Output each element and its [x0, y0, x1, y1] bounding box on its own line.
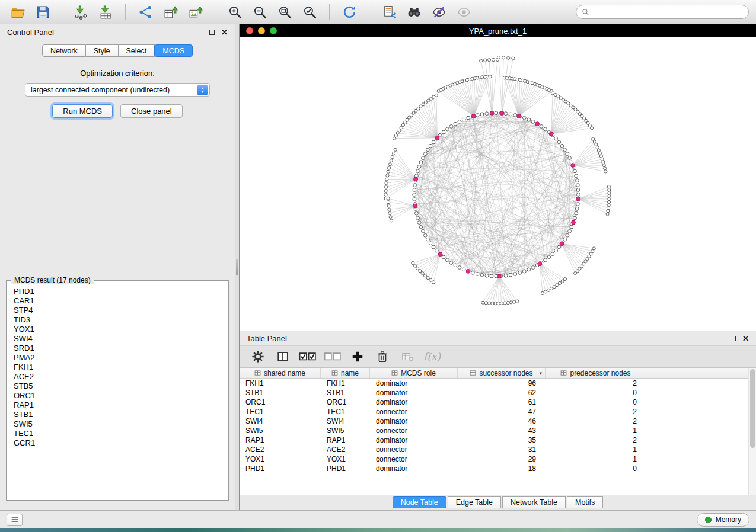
- tab-network-table[interactable]: Network Table: [502, 496, 566, 508]
- hide-selected-button[interactable]: [428, 2, 449, 21]
- cell[interactable]: dominator: [370, 417, 458, 425]
- column-header-predecessor-nodes[interactable]: predecessor nodes: [546, 368, 646, 378]
- memory-button[interactable]: Memory: [697, 513, 749, 527]
- cell[interactable]: connector: [370, 427, 458, 435]
- table-row-SWI5[interactable]: SWI5SWI5connector431: [240, 426, 748, 435]
- cell[interactable]: 18: [458, 464, 546, 473]
- import-network-button[interactable]: [70, 2, 91, 21]
- network-canvas[interactable]: [240, 37, 756, 331]
- delete-table-button[interactable]: [398, 348, 416, 365]
- cell[interactable]: PHD1: [321, 464, 370, 473]
- table-row-YOX1[interactable]: YOX1YOX1connector291: [240, 454, 748, 464]
- zoom-fit-button[interactable]: [274, 2, 295, 21]
- tab-mcds[interactable]: MCDS: [154, 44, 193, 57]
- cell[interactable]: 29: [458, 455, 546, 463]
- mcds-result-item[interactable]: RAP1: [14, 400, 228, 410]
- cell[interactable]: 2: [546, 436, 646, 444]
- cell[interactable]: 1: [546, 446, 646, 454]
- save-session-button[interactable]: [32, 2, 53, 21]
- cell[interactable]: connector: [370, 455, 458, 463]
- table-row-FKH1[interactable]: FKH1FKH1dominator962: [240, 379, 748, 388]
- cell[interactable]: 2: [546, 417, 646, 425]
- function-builder-label[interactable]: f(x): [423, 351, 441, 363]
- export-network-button[interactable]: [135, 2, 156, 21]
- cell[interactable]: dominator: [370, 464, 458, 473]
- cell[interactable]: ORC1: [240, 398, 321, 406]
- scrollbar-thumb[interactable]: [750, 369, 755, 448]
- cell[interactable]: PHD1: [240, 464, 321, 473]
- cell[interactable]: connector: [370, 446, 458, 454]
- table-settings-button[interactable]: [249, 348, 267, 365]
- cell[interactable]: YOX1: [321, 455, 370, 463]
- cell[interactable]: ACE2: [240, 446, 321, 454]
- cell[interactable]: 0: [546, 389, 646, 397]
- window-close-button[interactable]: [246, 27, 253, 34]
- task-history-button[interactable]: [7, 514, 23, 526]
- cell[interactable]: 46: [458, 417, 546, 425]
- criterion-dropdown[interactable]: largest connected component (undirected)…: [25, 83, 210, 97]
- mcds-result-item[interactable]: PHD1: [14, 287, 228, 296]
- zoom-selected-button[interactable]: [299, 2, 320, 21]
- import-table-button[interactable]: [95, 2, 116, 21]
- window-minimize-button[interactable]: [258, 27, 265, 34]
- window-zoom-button[interactable]: [270, 27, 277, 34]
- table-row-ACE2[interactable]: ACE2ACE2connector311: [240, 445, 748, 454]
- table-scrollbar[interactable]: [748, 368, 756, 495]
- cell[interactable]: TEC1: [240, 408, 321, 416]
- deselect-all-rows-button[interactable]: [324, 348, 342, 365]
- cell[interactable]: 47: [458, 408, 546, 416]
- table-row-RAP1[interactable]: RAP1RAP1dominator352: [240, 435, 748, 445]
- mcds-result-item[interactable]: CAR1: [14, 296, 228, 306]
- column-header-name[interactable]: name: [321, 368, 370, 378]
- column-header-shared-name[interactable]: shared name: [240, 368, 321, 378]
- tab-motifs[interactable]: Motifs: [567, 496, 603, 508]
- mcds-result-item[interactable]: ACE2: [14, 372, 228, 382]
- column-header-successor-nodes[interactable]: successor nodes▾: [458, 368, 546, 378]
- mcds-result-item[interactable]: SRD1: [14, 344, 228, 353]
- cell[interactable]: 2: [546, 408, 646, 416]
- cell[interactable]: dominator: [370, 436, 458, 444]
- cell[interactable]: dominator: [370, 389, 458, 397]
- mcds-result-item[interactable]: STP4: [14, 306, 228, 315]
- cell[interactable]: 61: [458, 398, 546, 406]
- export-image-button[interactable]: [184, 2, 206, 21]
- float-panel-icon[interactable]: [209, 30, 215, 35]
- close-table-panel-x-icon[interactable]: ✕: [742, 335, 749, 342]
- cell[interactable]: dominator: [370, 379, 458, 387]
- tab-edge-table[interactable]: Edge Table: [448, 496, 501, 508]
- mcds-result-item[interactable]: SWI5: [14, 419, 228, 429]
- table-row-STB1[interactable]: STB1STB1dominator620: [240, 388, 748, 398]
- select-all-rows-button[interactable]: [299, 348, 317, 365]
- cell[interactable]: 0: [546, 464, 646, 473]
- export-table-button[interactable]: [160, 2, 181, 21]
- cell[interactable]: STB1: [321, 389, 370, 397]
- cell[interactable]: connector: [370, 408, 458, 416]
- cell[interactable]: SWI4: [321, 417, 370, 425]
- cell[interactable]: FKH1: [321, 379, 370, 387]
- search-input[interactable]: [592, 8, 743, 17]
- cell[interactable]: RAP1: [240, 436, 321, 444]
- cell[interactable]: RAP1: [321, 436, 370, 444]
- cell[interactable]: 1: [546, 427, 646, 435]
- close-panel-x-icon[interactable]: ✕: [221, 28, 228, 36]
- cell[interactable]: 0: [546, 398, 646, 406]
- mcds-result-item[interactable]: ORC1: [14, 391, 228, 400]
- tab-select[interactable]: Select: [119, 44, 155, 57]
- float-table-panel-icon[interactable]: [731, 336, 736, 341]
- cell[interactable]: 1: [546, 455, 646, 463]
- mcds-result-item[interactable]: SWI4: [14, 334, 228, 344]
- panel-splitter[interactable]: [235, 24, 240, 510]
- cell[interactable]: 31: [458, 446, 546, 454]
- duplicate-network-button[interactable]: [378, 2, 400, 21]
- cell[interactable]: ACE2: [321, 446, 370, 454]
- tab-network[interactable]: Network: [42, 44, 86, 57]
- open-session-button[interactable]: [7, 2, 28, 21]
- cell[interactable]: 2: [546, 379, 646, 387]
- mcds-result-item[interactable]: GCR1: [14, 438, 228, 448]
- table-row-PHD1[interactable]: PHD1PHD1dominator180: [240, 464, 748, 473]
- mcds-result-item[interactable]: PMA2: [14, 353, 228, 363]
- cell[interactable]: SWI4: [240, 417, 321, 425]
- cell[interactable]: YOX1: [240, 455, 321, 463]
- tab-style[interactable]: Style: [86, 44, 119, 57]
- zoom-out-button[interactable]: [249, 2, 270, 21]
